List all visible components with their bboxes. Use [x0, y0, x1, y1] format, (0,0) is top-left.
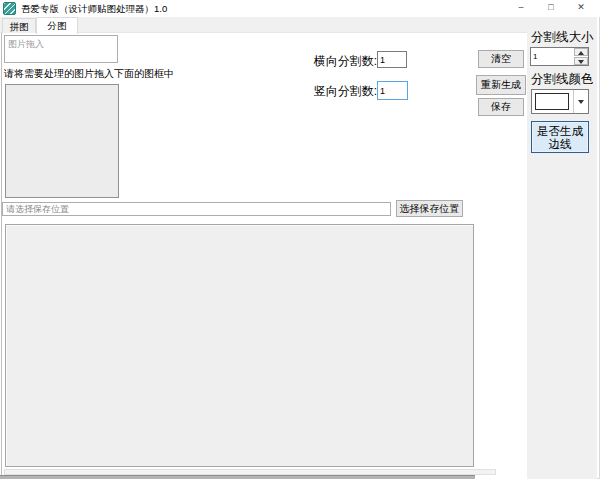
close-button[interactable]: ✕ [566, 0, 596, 16]
choose-save-location-button[interactable]: 选择保存位置 [396, 200, 463, 217]
horizontal-split-label: 横向分割数: [300, 53, 377, 70]
spinner-up-button[interactable] [574, 48, 588, 56]
page-left-border [1, 33, 2, 475]
spinner-down-button[interactable] [574, 57, 588, 65]
app-window: 吾爱专版（设计师贴图处理器）1.0 – □ ✕ 拼图 分图 请将需要处理的图片拖… [0, 0, 600, 479]
split-line-size-spinner [530, 47, 589, 66]
vertical-split-input[interactable] [377, 81, 408, 100]
drop-hint-text: 请将需要处理的图片拖入下面的图框中 [4, 67, 174, 81]
split-line-size-label: 分割线大小 [531, 29, 594, 46]
chevron-down-icon [578, 100, 584, 104]
tab-fentu[interactable]: 分图 [36, 17, 78, 34]
horizontal-split-input[interactable] [377, 51, 407, 68]
image-drop-input[interactable] [4, 35, 118, 63]
save-path-input[interactable] [2, 202, 391, 216]
split-line-color-dropdown[interactable] [531, 89, 589, 114]
maximize-button[interactable]: □ [536, 0, 566, 16]
titlebar: 吾爱专版（设计师贴图处理器）1.0 – □ ✕ [0, 0, 600, 17]
split-line-size-input[interactable] [531, 48, 573, 65]
arrow-up-icon [578, 51, 584, 55]
save-button[interactable]: 保存 [478, 98, 524, 116]
regenerate-button[interactable]: 重新生成 [476, 75, 526, 95]
minimize-button[interactable]: – [506, 0, 536, 16]
tab-pintu[interactable]: 拼图 [2, 18, 36, 33]
generate-border-button[interactable]: 是否生成边线 [531, 121, 589, 153]
preview-panel [5, 224, 474, 467]
arrow-down-icon [578, 60, 584, 64]
tab-strip [0, 17, 527, 33]
image-drop-frame[interactable] [5, 84, 119, 198]
split-line-color-label: 分割线颜色 [531, 71, 594, 88]
color-swatch [535, 93, 569, 110]
vertical-split-label: 竖向分割数: [300, 83, 377, 100]
bottom-edge-strip [0, 475, 475, 479]
window-title: 吾爱专版（设计师贴图处理器）1.0 [21, 2, 167, 15]
app-icon [3, 2, 16, 15]
dropdown-arrow-button[interactable] [573, 90, 588, 113]
clear-button[interactable]: 清空 [478, 50, 524, 68]
